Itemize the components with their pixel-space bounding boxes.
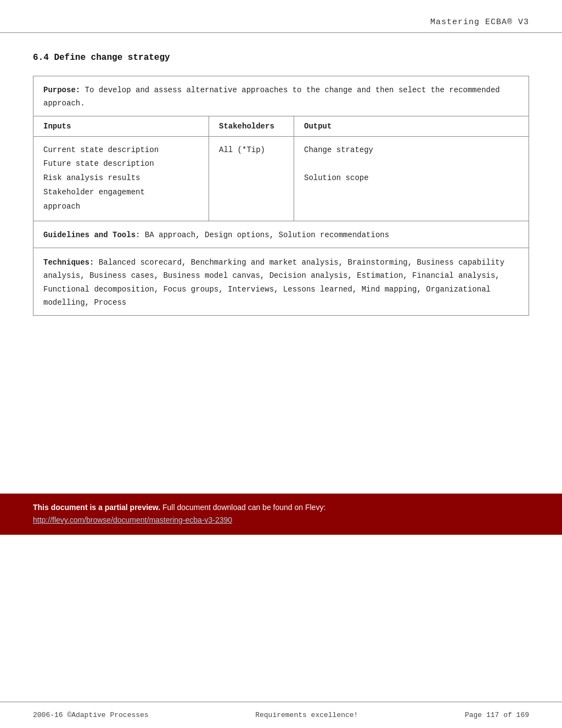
table-inputs-col: Current state description Future state d… <box>33 137 209 221</box>
footer-spacer <box>0 535 562 702</box>
preview-bold-text: This document is a partial preview. <box>33 503 160 512</box>
list-item <box>304 157 519 171</box>
list-item: approach <box>43 200 199 214</box>
preview-banner: This document is a partial preview. Full… <box>0 494 562 535</box>
list-item: Stakeholder engagement <box>43 186 199 200</box>
guidelines-row: Guidelines and Tools: BA approach, Desig… <box>33 221 529 248</box>
purpose-row: Purpose: To develop and assess alternati… <box>33 76 529 116</box>
header-title: Mastering ECBA® V3 <box>430 18 529 27</box>
footer-bar: 2006-16 ©Adaptive Processes Requirements… <box>0 702 562 728</box>
list-item: Risk analysis results <box>43 171 199 186</box>
list-item: All (*Tip) <box>219 143 284 158</box>
preview-normal-text: Full document download can be found on F… <box>160 503 325 512</box>
table-header-output: Output <box>294 116 529 136</box>
table-header-inputs: Inputs <box>33 116 209 136</box>
table-header-stakeholders: Stakeholders <box>209 116 294 136</box>
list-item: Change strategy <box>304 143 519 158</box>
list-item: Current state description <box>43 143 199 158</box>
page-wrapper: Mastering ECBA® V3 6.4 Define change str… <box>0 0 562 728</box>
header-bar: Mastering ECBA® V3 <box>0 0 562 33</box>
footer-tagline: Requirements excellence! <box>255 711 358 719</box>
list-item: Future state description <box>43 157 199 171</box>
table-stakeholders-col: All (*Tip) <box>209 137 294 221</box>
footer-copyright: 2006-16 ©Adaptive Processes <box>33 711 149 719</box>
techniques-label: Techniques: <box>43 258 94 267</box>
techniques-row: Techniques: Balanced scorecard, Benchmar… <box>33 248 529 315</box>
purpose-text: To develop and assess alternative approa… <box>43 86 500 108</box>
footer-page-info: Page 117 of 169 <box>465 711 529 719</box>
list-item: Solution scope <box>304 171 519 186</box>
preview-link[interactable]: http://flevy.com/browse/document/masteri… <box>33 516 232 524</box>
guidelines-label: Guidelines and Tools <box>43 231 136 239</box>
techniques-text: Balanced scorecard, Benchmarking and mar… <box>43 258 504 307</box>
purpose-label: Purpose: <box>43 86 80 94</box>
table-output-col: Change strategy Solution scope <box>294 137 529 221</box>
guidelines-text: : BA approach, Design options, Solution … <box>136 231 389 239</box>
content-box: Purpose: To develop and assess alternati… <box>33 76 529 316</box>
section-heading: 6.4 Define change strategy <box>33 53 529 63</box>
table-body-row: Current state description Future state d… <box>33 137 529 221</box>
table-header-row: Inputs Stakeholders Output <box>33 116 529 137</box>
main-content: 6.4 Define change strategy Purpose: To d… <box>0 33 562 494</box>
